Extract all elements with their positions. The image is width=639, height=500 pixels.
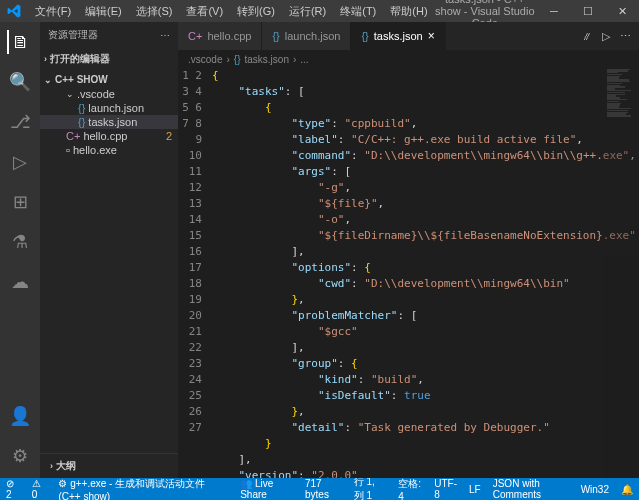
file-icon: {} bbox=[361, 30, 368, 42]
tab-label: tasks.json bbox=[374, 30, 423, 42]
tab-bar: C+hello.cpp{}launch.json{}tasks.json× ⫽ … bbox=[178, 22, 639, 50]
status-item[interactable]: 行 1, 列 1 bbox=[348, 475, 393, 500]
file-label: .vscode bbox=[77, 88, 178, 100]
tree-item[interactable]: ⌄.vscode bbox=[40, 87, 178, 101]
activity-bar: 🗎 🔍 ⎇ ▷ ⊞ ⚗ ☁ 👤 ⚙ bbox=[0, 22, 40, 478]
editor-tab[interactable]: C+hello.cpp bbox=[178, 22, 262, 50]
menu-item[interactable]: 选择(S) bbox=[131, 2, 178, 21]
explorer-icon[interactable]: 🗎 bbox=[7, 30, 31, 54]
minimize-button[interactable]: ─ bbox=[537, 0, 571, 22]
file-icon: C+ bbox=[188, 30, 202, 42]
titlebar: 文件(F)编辑(E)选择(S)查看(V)转到(G)运行(R)终端(T)帮助(H)… bbox=[0, 0, 639, 22]
close-tab-icon[interactable]: × bbox=[428, 29, 435, 43]
file-icon: {} bbox=[78, 102, 85, 114]
menu-item[interactable]: 文件(F) bbox=[30, 2, 76, 21]
project-section[interactable]: ⌄ C++ SHOW bbox=[40, 72, 178, 87]
tree-item[interactable]: {}launch.json bbox=[40, 101, 178, 115]
status-item[interactable]: JSON with Comments bbox=[487, 475, 575, 500]
split-editor-icon[interactable]: ⫽ bbox=[581, 30, 592, 42]
sidebar-more-icon[interactable]: ⋯ bbox=[160, 30, 170, 41]
editor: C+hello.cpp{}launch.json{}tasks.json× ⫽ … bbox=[178, 22, 639, 478]
status-item[interactable]: 空格: 4 bbox=[392, 475, 428, 500]
badge: 2 bbox=[166, 130, 178, 142]
menu-item[interactable]: 转到(G) bbox=[232, 2, 280, 21]
status-item[interactable]: ⚠ 0 bbox=[26, 477, 53, 501]
open-editors-section[interactable]: › 打开的编辑器 bbox=[40, 50, 178, 68]
file-icon: {} bbox=[78, 116, 85, 128]
file-icon: ⌄ bbox=[66, 89, 74, 99]
more-actions-icon[interactable]: ⋯ bbox=[620, 30, 631, 43]
code-editor[interactable]: 1 2 3 4 5 6 7 8 9 10 11 12 13 14 15 16 1… bbox=[178, 68, 639, 478]
run-debug-icon[interactable]: ▷ bbox=[8, 150, 32, 174]
chevron-right-icon: › bbox=[50, 461, 53, 471]
status-item[interactable]: 717 bytes bbox=[299, 477, 348, 501]
tab-label: hello.cpp bbox=[207, 30, 251, 42]
menu-item[interactable]: 终端(T) bbox=[335, 2, 381, 21]
remote-icon[interactable]: ☁ bbox=[8, 270, 32, 294]
menu-bar: 文件(F)编辑(E)选择(S)查看(V)转到(G)运行(R)终端(T)帮助(H) bbox=[28, 2, 433, 21]
chevron-down-icon: ⌄ bbox=[44, 75, 52, 85]
menu-item[interactable]: 查看(V) bbox=[181, 2, 228, 21]
outline-section[interactable]: › 大纲 bbox=[46, 457, 172, 475]
status-bar: ⊘ 2⚠ 0⚙ g++.exe - 生成和调试活动文件 (C++ show)👥 … bbox=[0, 478, 639, 500]
status-item[interactable]: UTF-8 bbox=[428, 475, 463, 500]
tree-item[interactable]: {}tasks.json bbox=[40, 115, 178, 129]
file-label: launch.json bbox=[88, 102, 178, 114]
menu-item[interactable]: 运行(R) bbox=[284, 2, 331, 21]
menu-item[interactable]: 编辑(E) bbox=[80, 2, 127, 21]
tree-item[interactable]: C+hello.cpp2 bbox=[40, 129, 178, 143]
file-label: tasks.json bbox=[88, 116, 178, 128]
status-item[interactable]: ⚙ g++.exe - 生成和调试活动文件 (C++ show) bbox=[52, 477, 234, 501]
file-icon: ▫ bbox=[66, 144, 70, 156]
source-control-icon[interactable]: ⎇ bbox=[8, 110, 32, 134]
file-label: hello.cpp bbox=[83, 130, 163, 142]
run-icon[interactable]: ▷ bbox=[602, 30, 610, 43]
sidebar-title: 资源管理器 bbox=[48, 28, 98, 42]
tab-label: launch.json bbox=[285, 30, 341, 42]
json-icon: {} bbox=[234, 54, 241, 65]
status-item[interactable]: 🔔 bbox=[615, 475, 639, 500]
extensions-icon[interactable]: ⊞ bbox=[8, 190, 32, 214]
minimap[interactable] bbox=[603, 68, 639, 478]
status-item[interactable]: LF bbox=[463, 475, 487, 500]
file-icon: C+ bbox=[66, 130, 80, 142]
settings-icon[interactable]: ⚙ bbox=[8, 444, 32, 468]
breadcrumb[interactable]: .vscode › {} tasks.json › ... bbox=[178, 50, 639, 68]
accounts-icon[interactable]: 👤 bbox=[8, 404, 32, 428]
file-label: hello.exe bbox=[73, 144, 178, 156]
search-icon[interactable]: 🔍 bbox=[8, 70, 32, 94]
status-item[interactable]: Win32 bbox=[575, 475, 615, 500]
status-item[interactable]: 👥 Live Share bbox=[234, 477, 299, 501]
tree-item[interactable]: ▫hello.exe bbox=[40, 143, 178, 157]
file-icon: {} bbox=[272, 30, 279, 42]
vscode-logo bbox=[0, 4, 28, 18]
maximize-button[interactable]: ☐ bbox=[571, 0, 605, 22]
sidebar: 资源管理器 ⋯ › 打开的编辑器 ⌄ C++ SHOW ⌄.vscode{}la… bbox=[40, 22, 178, 478]
testing-icon[interactable]: ⚗ bbox=[8, 230, 32, 254]
close-button[interactable]: ✕ bbox=[605, 0, 639, 22]
status-item[interactable]: ⊘ 2 bbox=[0, 477, 26, 501]
editor-tab[interactable]: {}launch.json bbox=[262, 22, 351, 50]
editor-tab[interactable]: {}tasks.json× bbox=[351, 22, 445, 50]
chevron-right-icon: › bbox=[44, 54, 47, 64]
menu-item[interactable]: 帮助(H) bbox=[385, 2, 432, 21]
